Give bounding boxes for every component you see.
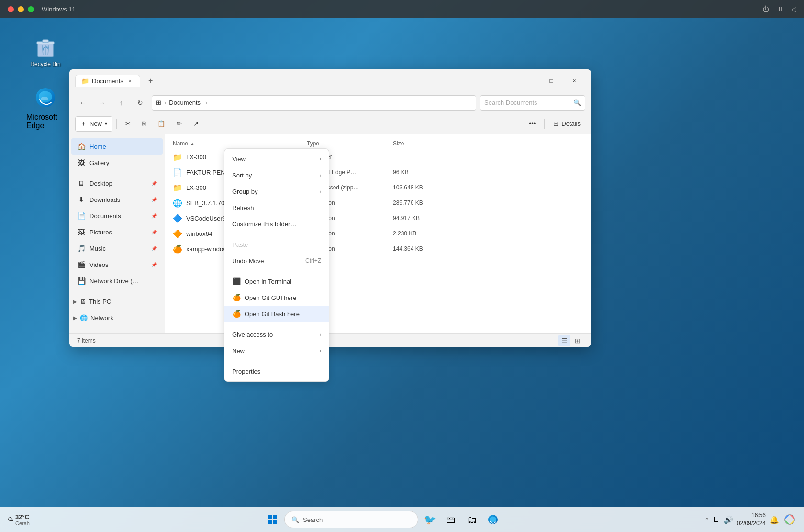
ctx-group-arrow: › [320,189,321,194]
sidebar-item-documents[interactable]: 📄 Documents 📌 [71,208,163,224]
sidebar-item-downloads[interactable]: ⬇ Downloads 📌 [71,191,163,208]
add-tab-button[interactable]: + [144,74,157,88]
mac-pause-icon[interactable]: ⏸ [777,5,783,13]
maximize-button[interactable]: □ [540,73,562,89]
explorer-navbar: ← → ↑ ↻ ⊞ › Documents › Search Documents… [69,92,591,113]
details-button[interactable]: ⊟ Details [548,116,585,132]
ctx-customize[interactable]: Customize this folder… [224,216,329,232]
pin-icon: 📌 [151,181,157,186]
recycle-bin-icon[interactable]: Recycle Bin [26,36,65,68]
new-plus-icon: ＋ [80,120,87,128]
clock-time: 16:56 [737,511,766,520]
ctx-refresh[interactable]: Refresh [224,200,329,216]
breadcrumb-documents[interactable]: Documents [169,99,201,106]
taskbar-search[interactable]: 🔍 Search [284,511,418,528]
explorer-window: 📁 Documents × + — □ × ← → ↑ ↻ ⊞ › Docume… [69,69,591,347]
ctx-new[interactable]: New › [224,343,329,359]
music-icon: 🎵 [77,244,86,253]
close-button[interactable]: × [563,73,585,89]
col-header-name[interactable]: Name ▲ [173,140,307,147]
col-header-type[interactable]: Type [307,140,393,147]
file-size: 94.917 KB [393,215,450,222]
item-count: 7 items [77,337,96,344]
music-pin-icon: 📌 [151,246,157,251]
sidebar-item-videos[interactable]: 🎬 Videos 📌 [71,256,163,273]
ctx-open-git-bash[interactable]: 🍊 Open Git Bash here [224,306,329,322]
taskbar-files-icon[interactable]: 🗃 [441,510,460,529]
sys-tray-expand[interactable]: ^ [706,517,708,522]
search-box[interactable]: Search Documents 🔍 [480,95,585,111]
ctx-sort-label: Sort by [232,172,252,179]
taskbar: 🌤 32°C Cerah 🔍 Search 🐦 [0,507,804,532]
address-bar[interactable]: ⊞ › Documents › [152,95,476,111]
ctx-terminal-label: Open in Terminal [245,278,291,285]
refresh-button[interactable]: ↻ [133,95,148,111]
zip-icon: 📁 [173,183,182,192]
sidebar-divider-1 [73,173,161,173]
weather-widget[interactable]: 🌤 32°C Cerah [8,513,30,526]
paste-button[interactable]: 📋 [153,116,170,132]
grid-view-button[interactable]: ⊞ [572,335,583,346]
sidebar-pictures-label: Pictures [89,229,112,236]
sidebar-item-gallery[interactable]: 🖼 Gallery [71,155,163,171]
taskbar-bird-icon[interactable]: 🐦 [420,510,439,529]
ctx-sort-by[interactable]: Sort by › [224,167,329,183]
sidebar-item-desktop[interactable]: 🖥 Desktop 📌 [71,175,163,191]
cut-button[interactable]: ✂ [121,116,135,132]
sidebar-item-network-drive[interactable]: 💾 Network Drive (… [71,273,163,289]
ctx-give-access[interactable]: Give access to › [224,326,329,343]
monitor-icon[interactable]: 🖥 [712,515,720,524]
sidebar-item-pictures[interactable]: 🖼 Pictures 📌 [71,224,163,240]
sidebar-item-music[interactable]: 🎵 Music 📌 [71,240,163,256]
share-button[interactable]: ↗ [189,116,203,132]
col-header-size[interactable]: Size [393,140,450,147]
ctx-properties[interactable]: Properties [224,363,329,379]
file-size: 103.648 KB [393,184,450,191]
weather-temp: 32°C [15,513,30,521]
rename-button[interactable]: ✏ [172,116,187,132]
back-button[interactable]: ← [75,95,90,111]
sidebar-videos-label: Videos [89,261,109,268]
taskbar-folder-icon[interactable]: 🗂 [462,510,481,529]
taskbar-color-icon[interactable] [783,513,796,526]
ctx-new-label: New [232,347,245,355]
edge-desktop-icon[interactable]: Microsoft Edge [26,86,65,130]
more-options-button[interactable]: ••• [525,116,541,132]
gallery-icon: 🖼 [77,158,86,167]
mac-power-icon[interactable]: ⏻ [762,5,769,13]
documents-tab[interactable]: 📁 Documents × [75,75,140,87]
tab-close-button[interactable]: × [126,77,134,85]
sidebar-item-home[interactable]: 🏠 Home [71,138,163,155]
ctx-view[interactable]: View › [224,151,329,167]
list-view-button[interactable]: ☰ [558,335,570,346]
start-button[interactable] [263,510,282,529]
mac-back-icon[interactable]: ◁ [791,5,796,13]
taskbar-edge-icon[interactable] [483,510,502,529]
mac-minimize-button[interactable] [18,6,24,12]
ctx-open-git-gui[interactable]: 🍊 Open Git GUI here [224,289,329,306]
mac-close-button[interactable] [8,6,14,12]
ctx-open-terminal[interactable]: ⬛ Open in Terminal [224,273,329,289]
ctx-group-by[interactable]: Group by › [224,183,329,200]
sidebar-network-drive-label: Network Drive (… [89,277,139,285]
sidebar-this-pc-expand[interactable]: ▶ 🖥 This PC [69,293,165,310]
ctx-sort-arrow: › [320,173,321,178]
mac-maximize-button[interactable] [28,6,34,12]
sidebar-network-expand[interactable]: ▶ 🌐 Network [69,310,165,326]
minimize-button[interactable]: — [517,73,539,89]
home-icon: 🏠 [77,142,86,151]
clock[interactable]: 16:56 02/09/2024 [737,511,766,528]
copy-button[interactable]: ⎘ [137,116,151,132]
mac-controls: ⏻ ⏸ ◁ [762,5,796,13]
up-button[interactable]: ↑ [113,95,129,111]
bell-icon[interactable]: 🔔 [770,515,779,524]
sound-icon[interactable]: 🔊 [724,515,733,524]
new-button[interactable]: ＋ New ▾ [75,116,112,132]
ctx-undo-move[interactable]: Undo Move Ctrl+Z [224,253,329,269]
desktop: Windows 11 ⏻ ⏸ ◁ Recycle Bin [0,0,804,532]
ctx-divider-1 [224,234,329,234]
explorer-titlebar: 📁 Documents × + — □ × [69,69,591,92]
pictures-pin-icon: 📌 [151,230,157,235]
forward-button[interactable]: → [94,95,110,111]
edge-image [34,86,57,111]
